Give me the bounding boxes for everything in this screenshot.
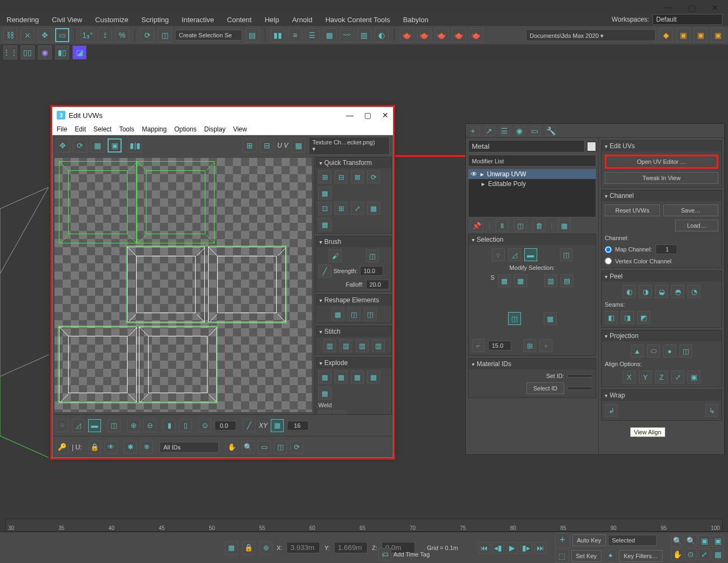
falloff-curve-icon[interactable]: ╱ bbox=[318, 264, 331, 277]
uvw-menu-select[interactable]: Select bbox=[93, 125, 111, 133]
uvw-grid-b-icon[interactable]: ⊟ bbox=[260, 138, 274, 153]
qt-rotate-icon[interactable]: ⟳ bbox=[367, 170, 380, 183]
select-id-button[interactable]: Select ID bbox=[526, 382, 564, 394]
uvw-menu-tools[interactable]: Tools bbox=[119, 125, 134, 133]
auto-key-button[interactable]: Auto Key bbox=[572, 534, 606, 546]
align-y-button[interactable]: Y bbox=[639, 370, 652, 383]
open-uv-editor-button[interactable]: Open UV Editor … bbox=[605, 155, 718, 169]
status-lock-icon[interactable]: 🔒 bbox=[242, 541, 255, 554]
tool-c-icon[interactable]: ▣ bbox=[693, 28, 707, 42]
qt-b1-icon[interactable]: ⊡ bbox=[318, 202, 331, 215]
uvw-lock-icon[interactable]: 🔒 bbox=[88, 441, 101, 454]
sel-vertex-icon[interactable]: ⋮⋮ bbox=[3, 45, 17, 59]
nav-zoom-icon[interactable]: 🔍 bbox=[671, 535, 683, 547]
channel-header[interactable]: Channel bbox=[602, 190, 722, 201]
expand-icon[interactable]: ▸ bbox=[480, 170, 484, 178]
map-channel-radio[interactable] bbox=[605, 246, 612, 253]
quick-transform-header[interactable]: Quick Transform bbox=[316, 157, 391, 168]
modifier-stack[interactable]: 👁 ▸ Unwrap UVW ▸ Editable Poly bbox=[468, 169, 596, 217]
pin-stack-icon[interactable]: 📌 bbox=[470, 219, 483, 232]
material-ids-header[interactable]: Material IDs bbox=[469, 359, 596, 369]
reshape-header[interactable]: Reshape Elements bbox=[316, 295, 391, 306]
uvw-menu-display[interactable]: Display bbox=[204, 125, 225, 133]
toggle-icon[interactable]: ▦ bbox=[323, 28, 337, 42]
sg-icon[interactable]: ▫ bbox=[539, 339, 552, 352]
wrap-header[interactable]: Wrap bbox=[602, 390, 722, 401]
explode-e-icon[interactable]: ▦ bbox=[318, 387, 331, 400]
uvw-move-icon[interactable]: ✥ bbox=[56, 138, 70, 153]
menu-scripting[interactable]: Scripting bbox=[142, 16, 169, 24]
sel-edge-icon[interactable]: ▯▯ bbox=[21, 45, 35, 59]
weld-a-icon[interactable]: ⊼ bbox=[318, 410, 331, 414]
reshape-a-icon[interactable]: ▦ bbox=[331, 308, 344, 321]
peel-header[interactable]: Peel bbox=[602, 271, 722, 282]
tab-display-icon[interactable]: ▭ bbox=[531, 126, 540, 136]
uvw-menu-mapping[interactable]: Mapping bbox=[142, 125, 166, 133]
timeline[interactable]: 30 35 40 45 50 55 60 65 70 75 80 85 90 9… bbox=[5, 519, 723, 532]
uvw-face-subobj-icon[interactable]: ▬ bbox=[88, 419, 101, 432]
tool-a-icon[interactable]: ◆ bbox=[659, 28, 673, 42]
uv-face[interactable] bbox=[59, 161, 137, 243]
menu-babylon[interactable]: Babylon bbox=[403, 16, 429, 24]
set-key-flag-icon[interactable]: ⬚ bbox=[555, 549, 569, 563]
qt-align-icon[interactable]: ⊞ bbox=[318, 170, 331, 183]
uvw-menu-file[interactable]: File bbox=[57, 125, 67, 133]
render-setup-icon[interactable]: 🫖 bbox=[400, 28, 414, 42]
uv-face[interactable] bbox=[137, 161, 215, 243]
sel-face-icon[interactable]: ◉ bbox=[38, 45, 52, 59]
seam-a-icon[interactable]: ◧ bbox=[605, 311, 618, 324]
uvw-titlebar[interactable]: 3 Edit UVWs — ▢ ✕ bbox=[52, 107, 393, 123]
align-normal-icon[interactable]: ⤢ bbox=[671, 370, 684, 383]
falloff-spinner[interactable]: 20.0 bbox=[366, 280, 389, 289]
uvw-canvas[interactable] bbox=[55, 158, 312, 412]
render-frame-icon[interactable]: 🫖 bbox=[417, 28, 431, 42]
qt-b4-icon[interactable]: ▦ bbox=[367, 202, 380, 215]
uvw-element-icon[interactable]: ◫ bbox=[108, 419, 121, 432]
key-filters-button[interactable]: Key Filters… bbox=[619, 550, 663, 562]
next-frame-icon[interactable]: ▮▸ bbox=[520, 542, 532, 554]
align-view-icon[interactable]: ▣ bbox=[687, 370, 700, 383]
expand-icon[interactable]: ▸ bbox=[482, 180, 485, 188]
uvw-grid-a-icon[interactable]: ⊞ bbox=[243, 138, 257, 153]
uvw-pan-icon[interactable]: ✋ bbox=[225, 441, 238, 454]
play-icon[interactable]: ▶ bbox=[506, 542, 518, 554]
uvw-snap2-icon[interactable]: ❄ bbox=[140, 441, 153, 454]
menu-interactive[interactable]: Interactive bbox=[182, 16, 214, 24]
uvw-checker-icon[interactable]: ▦ bbox=[291, 138, 305, 153]
uvw-snap-icon[interactable]: ✱ bbox=[124, 441, 137, 454]
grow-selection-icon[interactable]: ▦ bbox=[498, 274, 511, 287]
spherical-proj-icon[interactable]: ● bbox=[663, 345, 676, 357]
uvw-close-button[interactable]: ✕ bbox=[382, 111, 389, 120]
keyframe-add-icon[interactable]: + bbox=[555, 533, 570, 548]
map-channel-spinner[interactable]: 1 bbox=[656, 244, 677, 254]
sel-element-icon[interactable]: ▮▯ bbox=[55, 45, 69, 59]
uvw-shrink-icon[interactable]: ⊖ bbox=[143, 419, 156, 432]
schematic-icon[interactable]: ▥ bbox=[357, 28, 371, 42]
curve-editor-icon[interactable]: 〰 bbox=[340, 28, 354, 42]
wrap-b-icon[interactable]: ↳ bbox=[705, 404, 718, 417]
configure-sets-icon[interactable]: ▦ bbox=[558, 219, 571, 232]
strength-spinner[interactable]: 10.0 bbox=[360, 266, 383, 276]
wrap-a-icon[interactable]: ↲ bbox=[605, 404, 618, 417]
uvw-freeform-icon[interactable]: ▣ bbox=[108, 138, 122, 153]
uvw-refresh-icon[interactable]: ⟳ bbox=[290, 441, 303, 454]
uvw-loop-icon[interactable]: ▮ bbox=[163, 419, 176, 432]
uvw-mirror-icon[interactable]: ▮|▮ bbox=[128, 138, 142, 153]
align-icon[interactable]: ≡ bbox=[288, 28, 302, 42]
window-maximize-button[interactable]: ▢ bbox=[688, 3, 696, 13]
uvw-menu-options[interactable]: Options bbox=[174, 125, 196, 133]
window-minimize-button[interactable]: — bbox=[664, 3, 673, 12]
make-unique-icon[interactable]: ◫ bbox=[514, 219, 527, 232]
cylindrical-proj-icon[interactable]: ⬭ bbox=[647, 345, 660, 357]
goto-start-icon[interactable]: ⏮ bbox=[478, 542, 490, 554]
uvw-edge-subobj-icon[interactable]: ◿ bbox=[72, 419, 85, 432]
status-iso-icon[interactable]: ▦ bbox=[225, 541, 238, 554]
select-icon[interactable]: ▭ bbox=[55, 28, 69, 42]
peel-a-icon[interactable]: ◐ bbox=[623, 285, 636, 298]
menu-content[interactable]: Content bbox=[227, 16, 252, 24]
axis-icon[interactable]: ◫ bbox=[158, 28, 172, 42]
object-color-swatch[interactable] bbox=[587, 142, 596, 151]
stitch-b-icon[interactable]: ▥ bbox=[339, 339, 352, 352]
element-subobj-icon[interactable]: ◫ bbox=[560, 248, 573, 261]
uvw-zoom-extents-icon[interactable]: ◫ bbox=[274, 441, 287, 454]
